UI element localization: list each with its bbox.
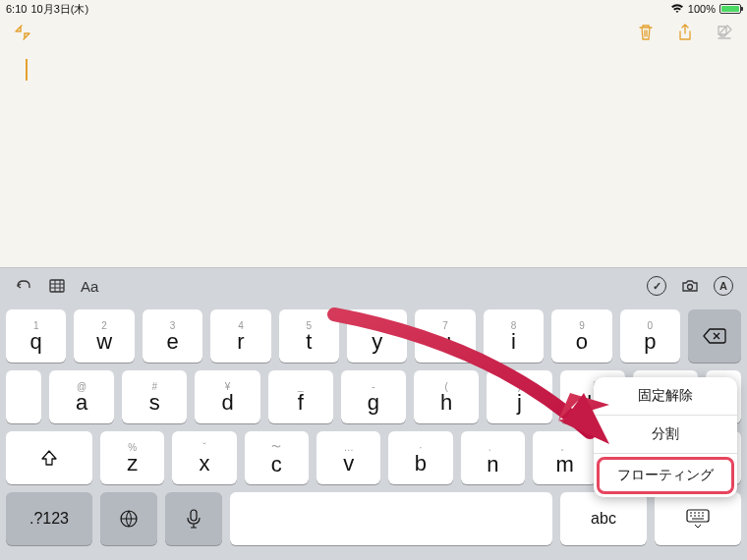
key-y[interactable]: 6y <box>347 309 407 363</box>
checklist-icon[interactable]: ✓ <box>647 276 666 296</box>
key-x[interactable]: ˇx <box>172 431 236 484</box>
key-a[interactable]: @a <box>49 370 114 423</box>
compose-icon[interactable] <box>714 22 735 43</box>
key-d[interactable]: ¥d <box>195 370 259 423</box>
share-icon[interactable] <box>674 22 696 43</box>
trash-icon[interactable] <box>635 22 657 43</box>
key-tab[interactable] <box>6 370 41 423</box>
keyboard-popup-menu: 固定解除 分割 フローティング <box>594 377 737 497</box>
text-format-button[interactable]: Aa <box>81 278 98 295</box>
popup-undock[interactable]: 固定解除 <box>594 377 737 416</box>
key-mic[interactable] <box>165 492 222 545</box>
key-g[interactable]: -g <box>341 370 406 423</box>
note-body[interactable] <box>0 47 747 267</box>
battery-icon <box>719 4 741 14</box>
key-v[interactable]: …v <box>316 431 380 484</box>
key-b[interactable]: ·b <box>388 431 452 484</box>
keyboard-row-1: 1q 2w 3e 4r 5t 6y 7u 8i 9o 0p <box>6 309 741 363</box>
keyboard-toolbar: Aa ✓ A <box>0 268 747 304</box>
key-s[interactable]: #s <box>122 370 187 423</box>
camera-icon[interactable] <box>680 276 700 296</box>
undo-icon[interactable] <box>14 276 33 296</box>
key-abc[interactable]: abc <box>560 492 647 545</box>
key-w[interactable]: 2w <box>74 309 134 363</box>
key-m[interactable]: 。m <box>533 431 597 484</box>
key-dismiss-keyboard[interactable] <box>655 492 741 545</box>
svg-rect-0 <box>50 280 64 292</box>
battery-pct: 100% <box>688 3 716 15</box>
popup-floating[interactable]: フローティング <box>597 457 734 494</box>
popup-split[interactable]: 分割 <box>594 416 737 454</box>
key-globe[interactable] <box>100 492 157 545</box>
key-backspace[interactable] <box>688 309 741 363</box>
key-shift[interactable] <box>6 431 92 484</box>
markup-icon[interactable]: A <box>714 276 733 296</box>
key-u[interactable]: 7u <box>415 309 475 363</box>
status-bar: 6:10 10月3日(木) 100% <box>0 0 747 18</box>
nav-bar <box>0 18 747 47</box>
key-p[interactable]: 0p <box>620 309 680 363</box>
text-cursor <box>26 59 28 81</box>
key-space[interactable] <box>230 492 552 545</box>
key-e[interactable]: 3e <box>143 309 202 363</box>
key-z[interactable]: %z <box>100 431 164 484</box>
key-r[interactable]: 4r <box>210 309 270 363</box>
status-date: 10月3日(木) <box>30 2 88 17</box>
collapse-icon[interactable] <box>12 22 33 43</box>
key-i[interactable]: 8i <box>484 309 544 363</box>
key-c[interactable]: 〜c <box>245 431 309 484</box>
keyboard-row-4: .?123 abc <box>6 492 741 545</box>
key-o[interactable]: 9o <box>551 309 611 363</box>
status-time: 6:10 <box>6 3 27 15</box>
key-n[interactable]: 、n <box>461 431 525 484</box>
key-f[interactable]: _f <box>268 370 333 423</box>
wifi-icon <box>670 4 684 14</box>
key-q[interactable]: 1q <box>6 309 66 363</box>
key-t[interactable]: 5t <box>279 309 339 363</box>
table-icon[interactable] <box>47 276 67 296</box>
key-j[interactable]: )j <box>487 370 551 423</box>
svg-point-1 <box>688 285 693 290</box>
key-mode-switch[interactable]: .?123 <box>6 492 92 545</box>
svg-rect-3 <box>191 510 197 521</box>
key-h[interactable]: (h <box>414 370 479 423</box>
